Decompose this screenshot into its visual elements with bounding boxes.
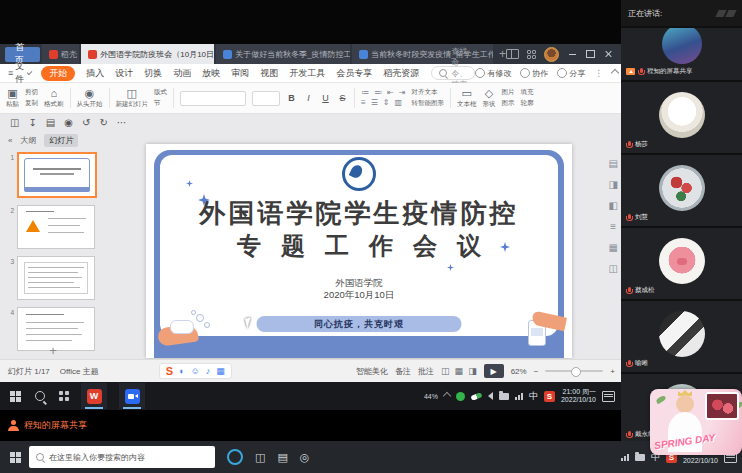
zoom-slider[interactable]	[545, 370, 603, 372]
menu-docer-res[interactable]: 稻壳资源	[383, 67, 419, 80]
smart-beautify-button[interactable]: 智能美化	[356, 366, 388, 377]
help-pane-icon[interactable]: ◫	[609, 263, 618, 274]
folder-tray-icon[interactable]	[635, 454, 645, 461]
indent-left-icon[interactable]: ⇤	[387, 89, 394, 97]
ime-mode-icon[interactable]: ◐	[179, 367, 184, 376]
outline-button[interactable]: 轮廓	[520, 99, 533, 108]
slideshow-play-button[interactable]: ▶	[484, 364, 504, 378]
diagram-button[interactable]: 图示	[501, 99, 514, 108]
video-tile-presenter[interactable]: 程知的屏幕共享	[621, 28, 742, 80]
reading-view-icon[interactable]: ◨	[468, 366, 477, 376]
video-tile[interactable]: 杨莎	[621, 82, 742, 153]
cortana-icon[interactable]	[227, 449, 243, 465]
font-size-select[interactable]	[252, 91, 280, 106]
play-from-start-button[interactable]: ◉从头开始	[77, 88, 103, 109]
start-button[interactable]	[10, 391, 21, 402]
sogou-icon[interactable]: S	[166, 365, 173, 377]
tab-document-3[interactable]: 当前秋冬时段突发疫情_留学生工作方案	[352, 44, 493, 64]
notes-button[interactable]: 备注	[395, 366, 411, 377]
undo-icon[interactable]: ↺	[82, 118, 90, 128]
new-slide-button[interactable]: ◫新建幻灯片	[116, 88, 149, 109]
maximize-button[interactable]	[585, 49, 595, 59]
emoji-icon[interactable]: ☺	[191, 367, 200, 376]
slide-thumbnail-3[interactable]	[17, 256, 95, 300]
network-icon[interactable]	[621, 454, 629, 461]
action-center-icon[interactable]	[602, 391, 615, 402]
collapse-panel-icon[interactable]: «	[8, 136, 12, 145]
sogou-tray-icon[interactable]: S	[544, 391, 555, 402]
tab-document-2[interactable]: 关于做好当前秋冬季_疫情防控工作的	[216, 44, 350, 64]
menu-home[interactable]: 开始	[41, 66, 75, 81]
print-preview-icon[interactable]: ◉	[64, 118, 73, 128]
close-button[interactable]	[603, 49, 613, 59]
task-view-icon[interactable]	[59, 391, 69, 401]
customize-toolbar-icon[interactable]: ⋯	[117, 118, 127, 128]
menu-transition[interactable]: 切换	[144, 67, 162, 80]
soft-keyboard-icon[interactable]: ▦	[216, 367, 225, 376]
align-center-icon[interactable]: ☰	[371, 99, 378, 107]
add-slide-button[interactable]: +	[0, 343, 106, 358]
user-avatar[interactable]	[544, 47, 559, 62]
font-family-select[interactable]	[180, 91, 246, 106]
zoom-out-icon[interactable]: −	[534, 367, 539, 376]
line-spacing-icon[interactable]: ⇕	[383, 99, 390, 107]
indent-right-icon[interactable]: ⇥	[399, 89, 406, 97]
task-view-icon[interactable]: ◫	[255, 452, 265, 463]
video-tile[interactable]: 刘慧	[621, 155, 742, 226]
file-explorer-icon[interactable]: ◎	[300, 452, 310, 463]
section-button[interactable]: 节	[154, 99, 167, 108]
collapse-ribbon-icon[interactable]	[611, 69, 619, 77]
layout-button[interactable]: 版式	[154, 88, 167, 97]
taskbar-search-icon[interactable]	[35, 391, 45, 401]
shape-button[interactable]: ◇形状	[482, 88, 495, 109]
align-left-icon[interactable]: ≡	[361, 99, 366, 107]
tab-list-icon[interactable]	[527, 50, 536, 59]
slide-thumbnail-2[interactable]	[17, 205, 95, 249]
new-tab-button[interactable]: +	[499, 47, 506, 61]
slide-thumbnail-1[interactable]	[17, 152, 97, 198]
network-icon[interactable]	[515, 393, 523, 400]
menu-slideshow[interactable]: 放映	[202, 67, 220, 80]
menu-insert[interactable]: 插入	[86, 67, 104, 80]
tab-document-active[interactable]: 外国语学院防疫班会（10月10日） ●	[81, 44, 214, 64]
taskbar-clock[interactable]: 21:00 周一 2022/10/10	[561, 388, 596, 404]
cut-button[interactable]: 剪切	[25, 88, 38, 97]
copy-button[interactable]: 复制	[25, 99, 38, 108]
start-button[interactable]	[10, 452, 21, 463]
sogou-ime-toolbar[interactable]: S ◐ ☺ ♪ ▦	[159, 363, 232, 379]
share-button[interactable]: 分享	[557, 68, 585, 79]
taskbar-meeting-app[interactable]	[119, 383, 145, 409]
smart-graphic-button[interactable]: 转智能图形	[411, 99, 444, 108]
video-tile[interactable]: 蔡成松	[621, 228, 742, 299]
menu-review[interactable]: 审阅	[231, 67, 249, 80]
tray-expand-icon[interactable]	[443, 392, 451, 400]
modified-status[interactable]: 有修改	[475, 68, 511, 79]
bold-button[interactable]: B	[286, 93, 297, 103]
more-menu-icon[interactable]: ⋮	[594, 68, 603, 78]
underline-button[interactable]: U	[320, 93, 331, 103]
menu-devtools[interactable]: 开发工具	[289, 67, 325, 80]
zoom-level[interactable]: 62%	[511, 367, 527, 376]
selection-pane-icon[interactable]: ▦	[609, 242, 618, 253]
outline-pane-icon[interactable]: ≡	[610, 221, 616, 232]
animation-pane-icon[interactable]: ◨	[609, 179, 618, 190]
voice-input-icon[interactable]: ♪	[206, 367, 211, 376]
taskbar-search-box[interactable]: 在这里输入你要搜索的内容	[29, 446, 215, 468]
collab-button[interactable]: 协作	[520, 68, 548, 79]
print-icon[interactable]: ▤	[46, 118, 55, 128]
align-text-button[interactable]: 对齐文本	[411, 88, 444, 97]
export-icon[interactable]: ↧	[28, 118, 36, 128]
comments-button[interactable]: 批注	[418, 366, 434, 377]
command-search-box[interactable]: 查找命令、搜索模板	[431, 66, 475, 80]
design-pane-icon[interactable]: ◧	[609, 200, 618, 211]
green-tray-icon[interactable]	[456, 392, 465, 401]
paste-button[interactable]: ▣粘贴	[6, 88, 19, 109]
format-painter-button[interactable]: ⌂格式刷	[44, 88, 64, 109]
store-icon[interactable]: ▤	[277, 452, 287, 463]
bullets-icon[interactable]: ≔	[361, 89, 369, 97]
redo-icon[interactable]: ↻	[99, 118, 107, 128]
slide-sorter-icon[interactable]: ▦	[455, 366, 464, 376]
textbox-button[interactable]: ▭文本框	[457, 88, 477, 109]
minimize-button[interactable]	[567, 49, 577, 59]
theme-name[interactable]: Office 主题	[60, 366, 99, 377]
